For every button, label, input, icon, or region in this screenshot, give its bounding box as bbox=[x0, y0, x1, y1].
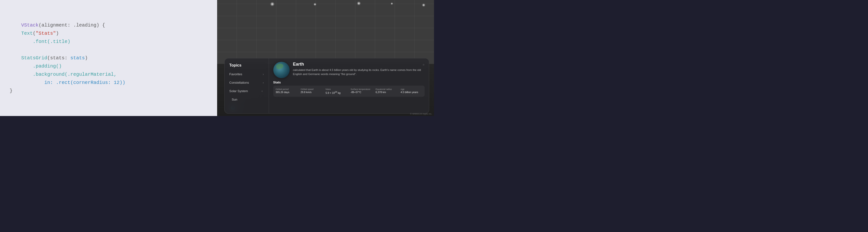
favorites-chevron: › bbox=[263, 72, 264, 76]
stats-section: Stats Orbital period 365.26 days Orbital… bbox=[273, 81, 425, 110]
sun-label: Sun bbox=[232, 98, 237, 101]
earth-description: calculated that Earth is about 4.5 billi… bbox=[293, 68, 425, 77]
sidebar-item-solar-system[interactable]: Solar System ⌄ bbox=[225, 87, 269, 95]
code-keyword-vstack: VStack bbox=[21, 23, 38, 28]
constellations-chevron: › bbox=[263, 81, 264, 84]
stat-orbital-speed: Orbital speed 29.8 km/s bbox=[299, 87, 323, 95]
code-modifier-rect: in: .rect(cornerRadius: 12)) bbox=[10, 80, 125, 85]
sidebar-item-constellations[interactable]: Constellations › bbox=[225, 78, 269, 87]
stat-label-age: Age bbox=[401, 88, 422, 90]
vision-panel: 🌐 Topics Favorites › Constellations › So… bbox=[217, 0, 434, 116]
code-modifier-font: .font(.title) bbox=[10, 39, 70, 45]
code-param-stats: stats bbox=[70, 55, 85, 61]
earth-header: Earth ☆ calculated that Earth is about 4… bbox=[273, 62, 425, 78]
stat-value-age: 4.5 billion years bbox=[401, 91, 422, 93]
stat-value-surface-temp: -89–57°C bbox=[351, 91, 372, 93]
code-closing-brace: } bbox=[10, 88, 12, 93]
stat-label-orbital-speed: Orbital speed bbox=[301, 88, 322, 90]
code-block: VStack(alignment: .leading) { Text("Stat… bbox=[10, 13, 208, 103]
favorites-label: Favorites bbox=[229, 72, 242, 76]
code-string-stats: "Stats" bbox=[36, 31, 56, 36]
stat-label-mass: Mass bbox=[326, 88, 347, 90]
stat-value-orbital-period: 365.26 days bbox=[276, 91, 298, 93]
code-panel: VStack(alignment: .leading) { Text("Stat… bbox=[0, 0, 217, 116]
ceiling-light-2 bbox=[313, 3, 316, 6]
earth-panel: Earth ☆ calculated that Earth is about 4… bbox=[269, 58, 429, 114]
ceiling-light-1 bbox=[270, 2, 275, 6]
solar-system-chevron: ⌄ bbox=[261, 90, 265, 92]
stat-label-equatorial-radius: Equatorial radius bbox=[376, 88, 397, 90]
sidebar-item-sun[interactable]: Sun bbox=[225, 95, 269, 104]
code-modifier-padding: .padding() bbox=[10, 63, 62, 69]
earth-info: Earth ☆ calculated that Earth is about 4… bbox=[293, 62, 425, 77]
ceiling-light-3 bbox=[357, 1, 361, 5]
stats-grid: Orbital period 365.26 days Orbital speed… bbox=[273, 86, 425, 97]
stat-value-equatorial-radius: 6,378 km bbox=[376, 91, 397, 93]
topics-panel: Topics Favorites › Constellations › Sola… bbox=[224, 58, 269, 114]
stat-orbital-period: Orbital period 365.26 days bbox=[274, 87, 299, 95]
stat-value-orbital-speed: 29.8 km/s bbox=[301, 91, 322, 93]
earth-globe bbox=[273, 62, 290, 78]
stat-label-orbital-period: Orbital period bbox=[276, 88, 298, 90]
stat-surface-temp: Surface temperature -89–57°C bbox=[349, 87, 374, 95]
stat-label-surface-temp: Surface temperature bbox=[351, 88, 372, 90]
stats-section-title: Stats bbox=[273, 81, 425, 84]
topics-title: Topics bbox=[225, 62, 269, 70]
stat-equatorial-radius: Equatorial radius 6,378 km bbox=[374, 87, 399, 95]
stat-age: Age 4.5 billion years bbox=[399, 87, 424, 95]
code-modifier-background: .background(.regularMaterial, bbox=[10, 71, 117, 77]
code-statsgrid: StatsGrid bbox=[10, 55, 47, 61]
solar-system-label: Solar System bbox=[229, 89, 248, 93]
stat-mass: Mass 5.9 × 1024 kg bbox=[324, 87, 349, 95]
vp-container: Topics Favorites › Constellations › Sola… bbox=[217, 40, 434, 116]
ceiling-light-5 bbox=[422, 3, 425, 7]
stat-value-mass: 5.9 × 1024 kg bbox=[326, 91, 347, 94]
earth-title-row: Earth ☆ bbox=[293, 62, 425, 67]
sidebar-item-favorites[interactable]: Favorites › bbox=[225, 70, 269, 78]
code-text-fn: Text bbox=[10, 31, 33, 36]
copyright-text: © WWDC23 Apple Inc. bbox=[410, 113, 432, 115]
earth-title: Earth bbox=[293, 62, 304, 67]
bookmark-icon[interactable]: ☆ bbox=[423, 62, 425, 66]
constellations-label: Constellations bbox=[229, 81, 249, 84]
ceiling-light-4 bbox=[391, 2, 393, 5]
